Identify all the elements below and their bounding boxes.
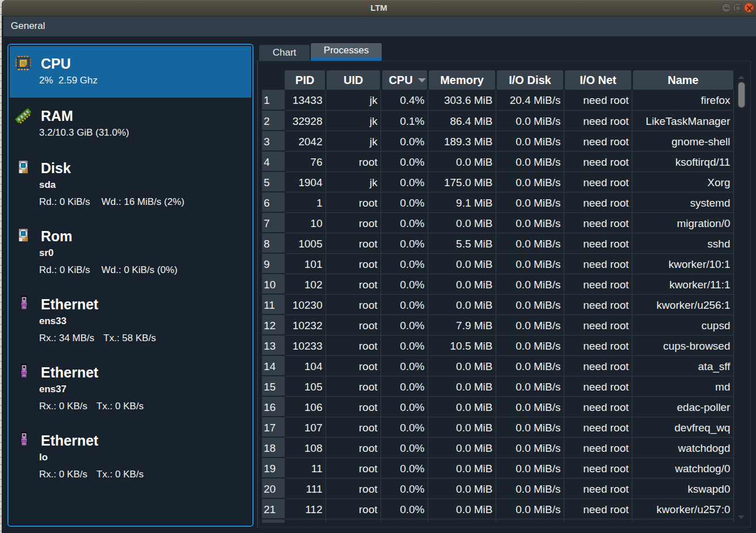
svg-text:(0): (0): [21, 61, 26, 65]
